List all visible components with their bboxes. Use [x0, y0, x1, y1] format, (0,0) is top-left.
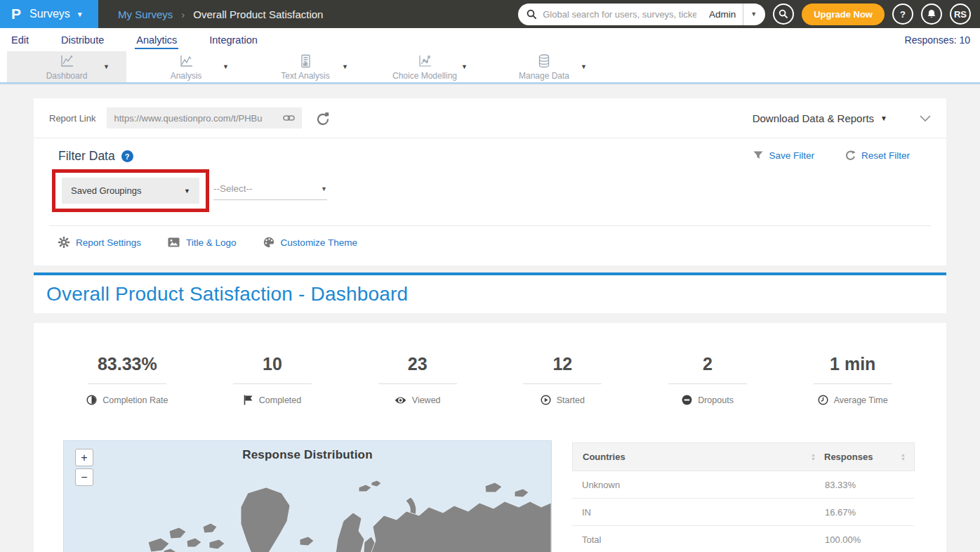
stat-viewed: 23 Viewed [345, 354, 490, 408]
stat-label-text: Average Time [834, 395, 888, 405]
saved-groupings-label: Saved Groupings [71, 185, 141, 196]
stat-value: 2 [635, 354, 781, 374]
countries-column-header[interactable]: Countries ▲▼ [573, 452, 824, 462]
search-icon [527, 9, 537, 20]
tab-choice-modelling[interactable]: Choice Modelling ▼ [365, 51, 484, 82]
dashboard-title-band: Overall Product Satisfaction - Dashboard [34, 272, 946, 313]
topbar-actions: Admin ▼ Upgrade Now ? RS [518, 4, 980, 25]
stat-label-text: Dropouts [698, 395, 734, 405]
tab-label: Dashboard [46, 71, 88, 81]
breadcrumb: My Surveys › Overall Product Satisfactio… [118, 8, 323, 20]
search-scope-selector[interactable]: Admin [702, 9, 743, 20]
search-scope-caret-icon[interactable]: ▼ [743, 11, 765, 18]
breadcrumb-my-surveys[interactable]: My Surveys [118, 8, 173, 20]
reset-icon [845, 150, 856, 161]
search-icon [779, 9, 788, 19]
stat-dropouts: 2 Dropouts [635, 354, 781, 408]
response-distribution-map: Response Distribution + − [63, 440, 552, 552]
customize-theme-button[interactable]: Customize Theme [263, 237, 357, 248]
report-actions-row: Report Settings Title & Logo Customize T… [58, 237, 357, 248]
question-mark-icon: ? [900, 9, 906, 20]
map-zoom-in-button[interactable]: + [75, 449, 93, 466]
chevron-down-icon[interactable]: ▼ [461, 63, 468, 70]
play-circle-icon [541, 395, 551, 405]
funnel-icon [753, 151, 763, 160]
upgrade-now-button[interactable]: Upgrade Now [802, 4, 885, 25]
country-cell: IN [572, 507, 825, 518]
divider [49, 225, 931, 226]
top-bar: P Surveys ▼ My Surveys › Overall Product… [0, 0, 980, 28]
stat-label-text: Started [557, 395, 585, 405]
stat-label-text: Viewed [412, 395, 441, 405]
responses-cell: 100.00% [825, 534, 915, 545]
stat-average-time: 1 min Average Time [780, 354, 925, 408]
nav-item-integration[interactable]: Integration [208, 30, 259, 49]
nav-item-analytics[interactable]: Analytics [135, 30, 178, 49]
saved-groupings-dropdown[interactable]: Saved Groupings ▼ [62, 178, 199, 204]
link-icon[interactable] [283, 114, 295, 122]
divider [523, 383, 602, 384]
report-link-field[interactable]: https://www.questionpro.com/t/PHBu [107, 107, 302, 129]
user-avatar[interactable]: RS [950, 4, 971, 25]
responses-column-header[interactable]: Responses ▲▼ [824, 452, 914, 462]
countries-table-header: Countries ▲▼ Responses ▲▼ [572, 442, 915, 471]
chevron-down-icon: ▼ [321, 185, 327, 192]
chevron-down-icon[interactable]: ▼ [223, 63, 229, 70]
tab-label: Text Analysis [281, 71, 329, 81]
tab-manage-data[interactable]: Manage Data ▼ [484, 51, 604, 82]
filter-data-title: Filter Data [58, 149, 115, 164]
filter-help-icon[interactable]: ? [121, 150, 133, 162]
notifications-button[interactable] [921, 4, 942, 25]
stat-label-text: Completion Rate [102, 395, 168, 405]
dashboard-card: 83.33% Completion Rate 10 Completed 23 V… [34, 323, 946, 552]
palette-icon [263, 237, 274, 248]
help-button[interactable]: ? [892, 4, 913, 25]
report-filter-card: Report Link https://www.questionpro.com/… [34, 98, 946, 265]
filter-select-placeholder: --Select-- [213, 183, 253, 194]
tab-label: Manage Data [519, 71, 569, 81]
tab-text-analysis[interactable]: Text Analysis ▼ [246, 51, 365, 82]
tab-label: Analysis [171, 71, 202, 81]
dashboard-chart-icon [59, 53, 74, 69]
chevron-down-icon[interactable]: ▼ [342, 63, 348, 70]
nav-item-distribute[interactable]: Distribute [60, 30, 105, 49]
nav-item-edit[interactable]: Edit [10, 30, 30, 49]
chevron-down-icon[interactable]: ▼ [581, 63, 587, 70]
responses-cell: 16.67% [825, 507, 915, 518]
chevron-down-icon [920, 115, 931, 121]
global-search: Admin ▼ [518, 4, 765, 25]
chevron-down-icon[interactable]: ▼ [103, 63, 110, 70]
divider [814, 383, 892, 384]
filter-data-heading: Filter Data ? [58, 149, 133, 164]
chevron-down-icon: ▼ [880, 114, 887, 122]
completion-rate-icon [86, 395, 97, 405]
questionpro-logo-icon: P [11, 6, 21, 22]
stat-completion-rate: 83.33% Completion Rate [55, 354, 200, 408]
divider [233, 383, 312, 384]
analysis-chart-icon [178, 53, 194, 69]
global-search-input[interactable] [537, 9, 702, 20]
download-data-reports-dropdown[interactable]: Download Data & Reports ▼ [753, 112, 887, 124]
gear-icon [58, 237, 69, 248]
report-settings-button[interactable]: Report Settings [58, 237, 141, 248]
minus-circle-icon [682, 395, 692, 405]
tab-analysis[interactable]: Analysis ▼ [126, 51, 246, 82]
report-settings-label: Report Settings [76, 237, 141, 248]
title-logo-button[interactable]: Title & Logo [168, 237, 237, 248]
collapse-panel-button[interactable] [920, 115, 931, 121]
report-link-url: https://www.questionpro.com/t/PHBu [114, 113, 283, 124]
table-row: IN 16.67% [572, 499, 915, 526]
flag-icon [244, 395, 253, 405]
reset-filter-button[interactable]: Reset Filter [845, 150, 910, 161]
responses-count: Responses: 10 [905, 34, 970, 46]
share-report-button[interactable] [316, 112, 329, 125]
save-filter-button[interactable]: Save Filter [753, 150, 814, 161]
save-filter-label: Save Filter [769, 150, 814, 161]
filter-select-dropdown[interactable]: --Select-- ▼ [213, 178, 327, 200]
search-button[interactable] [773, 4, 794, 25]
product-menu[interactable]: P Surveys ▼ [0, 0, 98, 28]
survey-nav: Edit Distribute Analytics Integration Re… [0, 28, 980, 51]
divider [668, 383, 747, 384]
product-menu-label: Surveys [29, 8, 70, 20]
tab-dashboard[interactable]: Dashboard ▼ [7, 51, 126, 82]
